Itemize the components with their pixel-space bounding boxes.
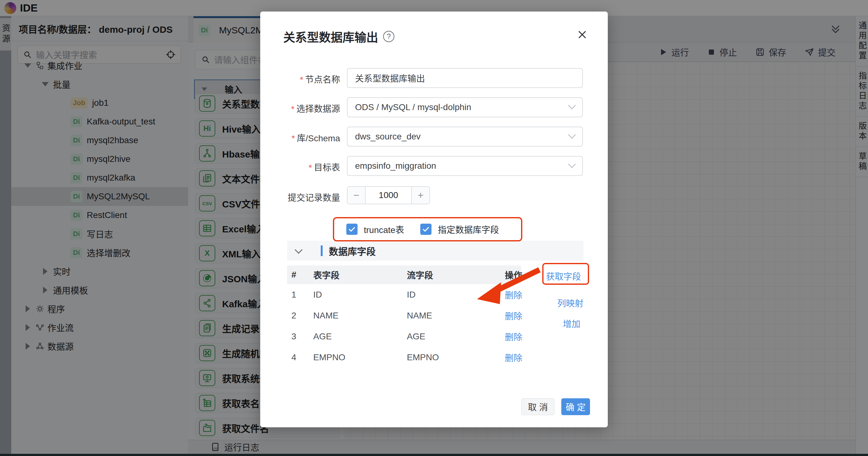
schema-label: *库/Schema bbox=[265, 131, 340, 144]
target-table-select[interactable]: empsinfo_miggration bbox=[347, 156, 583, 176]
field-table-row: 1IDID删除 bbox=[287, 284, 521, 305]
stepper-value[interactable]: 1000 bbox=[365, 187, 412, 204]
field-actions: 获取字段 列映射 增加 bbox=[529, 265, 588, 330]
stepper-plus-button[interactable]: + bbox=[412, 187, 429, 204]
ide-page: IDE 资源 项目名称/数据层： demo-proj / ODS 输入关键字搜索… bbox=[0, 0, 868, 456]
chevron-down-icon bbox=[294, 246, 302, 254]
fields-table-rows: 1IDID删除2NAMENAME删除3AGEAGE删除4EMPNOEMPNO删除 bbox=[287, 284, 521, 368]
checkbox-checked-icon[interactable] bbox=[420, 224, 432, 235]
field-table-row: 4EMPNOEMPNO删除 bbox=[287, 347, 521, 368]
stream-field-cell: EMPNO bbox=[407, 353, 494, 362]
chevron-down-icon bbox=[568, 131, 576, 139]
stream-field-cell: ID bbox=[407, 290, 494, 300]
datasource-select[interactable]: ODS / MySQL / mysql-dolphin bbox=[347, 97, 583, 117]
add-field-link[interactable]: 增加 bbox=[529, 317, 580, 330]
datasource-label: *选择数据源 bbox=[265, 102, 340, 115]
node-name-label: *节点名称 bbox=[265, 73, 340, 85]
checkbox-row: truncate表 指定数据库字段 bbox=[334, 218, 521, 240]
row-number: 2 bbox=[291, 311, 313, 321]
delete-row-link[interactable]: 删除 bbox=[494, 351, 525, 364]
chevron-down-icon bbox=[568, 102, 576, 109]
section-accent-bar bbox=[321, 246, 322, 256]
ok-button[interactable]: 确 定 bbox=[561, 398, 590, 415]
node-name-field[interactable] bbox=[347, 68, 583, 88]
db-fields-section-header[interactable]: 数据库字段 bbox=[287, 241, 584, 261]
row-number: 3 bbox=[291, 331, 313, 341]
checkbox-checked-icon[interactable] bbox=[346, 224, 358, 235]
row-number: 1 bbox=[291, 290, 313, 300]
help-icon[interactable]: ? bbox=[383, 31, 394, 42]
row-number: 4 bbox=[291, 353, 313, 362]
chevron-down-icon bbox=[568, 160, 576, 168]
stream-field-cell: AGE bbox=[407, 331, 494, 341]
field-table-row: 3AGEAGE删除 bbox=[287, 326, 521, 347]
commit-count-stepper: − 1000 + bbox=[347, 186, 430, 204]
table-field-cell: EMPNO bbox=[313, 353, 407, 362]
table-field-cell: ID bbox=[313, 290, 407, 300]
specify-fields-checkbox[interactable]: 指定数据库字段 bbox=[420, 223, 499, 235]
modal-footer: 取 消 确 定 bbox=[521, 398, 590, 415]
truncate-checkbox[interactable]: truncate表 bbox=[346, 223, 404, 235]
rdb-output-modal: 关系型数据库输出 ? *节点名称 *选择数据源 ODS / MySQL / my… bbox=[260, 11, 608, 427]
target-table-label: *目标表 bbox=[265, 161, 340, 173]
commit-count-label: 提交记录数量 bbox=[265, 191, 340, 203]
delete-row-link[interactable]: 删除 bbox=[494, 289, 525, 301]
modal-title: 关系型数据库输出 bbox=[283, 28, 378, 45]
stream-field-cell: NAME bbox=[407, 311, 494, 321]
close-icon[interactable] bbox=[575, 28, 589, 41]
get-fields-link[interactable]: 获取字段 bbox=[529, 270, 581, 282]
stepper-minus-button[interactable]: − bbox=[348, 187, 365, 204]
fields-table-header: # 表字段 流字段 操作 bbox=[287, 265, 521, 284]
schema-select[interactable]: dws_source_dev bbox=[347, 127, 583, 146]
field-table-row: 2NAMENAME删除 bbox=[287, 305, 521, 326]
table-field-cell: AGE bbox=[313, 331, 407, 341]
node-name-input[interactable] bbox=[355, 73, 575, 83]
table-field-cell: NAME bbox=[313, 311, 407, 321]
cancel-button[interactable]: 取 消 bbox=[521, 398, 554, 415]
delete-row-link[interactable]: 删除 bbox=[494, 310, 525, 322]
delete-row-link[interactable]: 删除 bbox=[494, 330, 525, 343]
column-map-link[interactable]: 列映射 bbox=[529, 297, 584, 309]
